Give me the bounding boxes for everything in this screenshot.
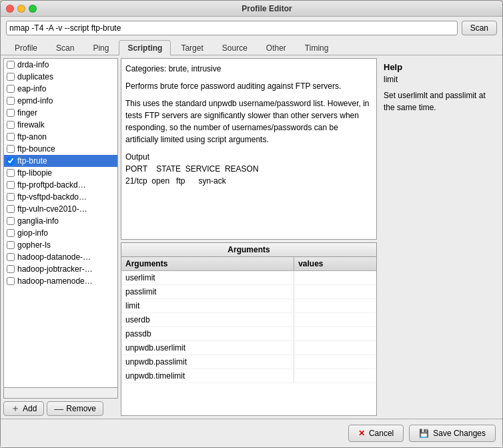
script-checkbox[interactable] (7, 73, 15, 81)
list-item[interactable]: firewalk (4, 119, 117, 131)
tab-other[interactable]: Other (258, 40, 295, 55)
cancel-icon: ✕ (358, 429, 365, 438)
tab-profile[interactable]: Profile (6, 40, 46, 55)
list-item[interactable]: gopher-ls (4, 239, 117, 251)
tab-ping[interactable]: Ping (84, 40, 117, 55)
list-item[interactable]: ftp-libopie (4, 167, 117, 179)
list-item[interactable]: duplicates (4, 71, 117, 83)
tab-scan[interactable]: Scan (47, 40, 83, 55)
description-para1: Performs brute force password auditing a… (125, 80, 372, 92)
argument-value[interactable] (294, 327, 376, 341)
remove-button[interactable]: — Remove (47, 401, 103, 416)
script-checkbox[interactable] (7, 169, 15, 177)
list-item[interactable]: drda-info (4, 59, 117, 71)
script-checkbox[interactable] (7, 97, 15, 105)
tab-scripting[interactable]: Scripting (119, 40, 171, 55)
table-row[interactable]: passdb (121, 327, 376, 341)
script-item-label: eap-info (17, 84, 46, 93)
table-row[interactable]: unpwdb.passlimit (121, 355, 376, 369)
cancel-label: Cancel (369, 429, 394, 438)
minus-icon: — (54, 403, 63, 414)
window-title: Profile Editor (37, 4, 497, 13)
list-item[interactable]: ftp-bounce (4, 143, 117, 155)
horizontal-scrollbar[interactable] (3, 388, 118, 399)
script-item-label: hadoop-datanode-… (17, 252, 91, 262)
argument-name: unpwdb.passlimit (121, 355, 294, 369)
table-row[interactable]: unpwdb.userlimit (121, 341, 376, 355)
center-panel: Categories: brute, intrusive Performs br… (121, 58, 377, 416)
argument-value[interactable] (294, 271, 376, 285)
script-checkbox[interactable] (7, 121, 15, 129)
script-checkbox[interactable] (7, 193, 15, 201)
script-checkbox[interactable] (7, 85, 15, 93)
table-row[interactable]: unpwdb.timelimit (121, 369, 376, 383)
argument-name: userlimit (121, 271, 294, 285)
list-item[interactable]: ganglia-info (4, 215, 117, 227)
list-item[interactable]: ftp-vsftpd-backdo… (4, 191, 117, 203)
scan-button[interactable]: Scan (462, 21, 497, 35)
argument-value[interactable] (294, 341, 376, 355)
script-checkbox[interactable] (7, 277, 15, 285)
script-checkbox[interactable] (7, 265, 15, 273)
script-item-label: ftp-proftpd-backd… (17, 180, 86, 190)
script-list[interactable]: drda-infoduplicateseap-infoepmd-infofing… (3, 58, 118, 388)
script-item-label: finger (17, 108, 37, 118)
script-checkbox[interactable] (7, 145, 15, 153)
minimize-button[interactable] (17, 5, 25, 13)
table-row[interactable]: passlimit (121, 285, 376, 299)
remove-label: Remove (66, 404, 96, 413)
main-content: drda-infoduplicateseap-infoepmd-infofing… (1, 55, 502, 419)
tab-target[interactable]: Target (172, 40, 211, 55)
table-row[interactable]: limit (121, 299, 376, 313)
command-input[interactable] (6, 21, 458, 35)
maximize-button[interactable] (29, 5, 37, 13)
plus-icon: ＋ (11, 403, 20, 415)
script-checkbox[interactable] (7, 133, 15, 141)
tab-timing[interactable]: Timing (296, 40, 338, 55)
cancel-button[interactable]: ✕ Cancel (348, 425, 404, 442)
help-title: Help (384, 62, 496, 72)
script-checkbox[interactable] (7, 241, 15, 249)
argument-value[interactable] (294, 285, 376, 299)
script-checkbox[interactable] (7, 157, 15, 165)
script-checkbox[interactable] (7, 205, 15, 213)
description-para2: This uses the standard unpwdb username/p… (125, 97, 372, 146)
list-item[interactable]: finger (4, 107, 117, 119)
script-checkbox[interactable] (7, 181, 15, 189)
table-row[interactable]: userlimit (121, 271, 376, 285)
add-button[interactable]: ＋ Add (3, 401, 44, 416)
script-item-label: ftp-libopie (17, 168, 52, 178)
list-item[interactable]: ftp-vuln-cve2010-… (4, 203, 117, 215)
list-item[interactable]: ftp-brute (4, 155, 117, 167)
list-item[interactable]: ftp-anon (4, 131, 117, 143)
list-item[interactable]: epmd-info (4, 95, 117, 107)
argument-value[interactable] (294, 313, 376, 327)
argument-name: userdb (121, 313, 294, 327)
argument-value[interactable] (294, 355, 376, 369)
add-label: Add (23, 404, 37, 413)
tab-source[interactable]: Source (213, 40, 256, 55)
list-item[interactable]: eap-info (4, 83, 117, 95)
arguments-table-container[interactable]: Arguments values userlimitpasslimitlimit… (121, 257, 376, 415)
script-item-label: ftp-bounce (17, 144, 55, 154)
list-item[interactable]: hadoop-namenode… (4, 275, 117, 287)
list-item[interactable]: hadoop-datanode-… (4, 251, 117, 263)
argument-value[interactable] (294, 299, 376, 313)
script-checkbox[interactable] (7, 229, 15, 237)
script-checkbox[interactable] (7, 253, 15, 261)
save-button[interactable]: 💾 Save Changes (409, 425, 496, 442)
close-button[interactable] (6, 5, 14, 13)
list-item[interactable]: ftp-proftpd-backd… (4, 179, 117, 191)
script-item-label: ftp-brute (17, 156, 47, 166)
table-row[interactable]: userdb (121, 313, 376, 327)
list-item[interactable]: giop-info (4, 227, 117, 239)
argument-value[interactable] (294, 369, 376, 383)
script-checkbox[interactable] (7, 109, 15, 117)
command-bar: Scan (1, 17, 502, 39)
script-checkbox[interactable] (7, 61, 15, 69)
script-checkbox[interactable] (7, 217, 15, 225)
list-item[interactable]: hadoop-jobtracker-… (4, 263, 117, 275)
argument-name: unpwdb.userlimit (121, 341, 294, 355)
argument-name: passdb (121, 327, 294, 341)
tab-bar: Profile Scan Ping Scripting Target Sourc… (1, 39, 502, 55)
